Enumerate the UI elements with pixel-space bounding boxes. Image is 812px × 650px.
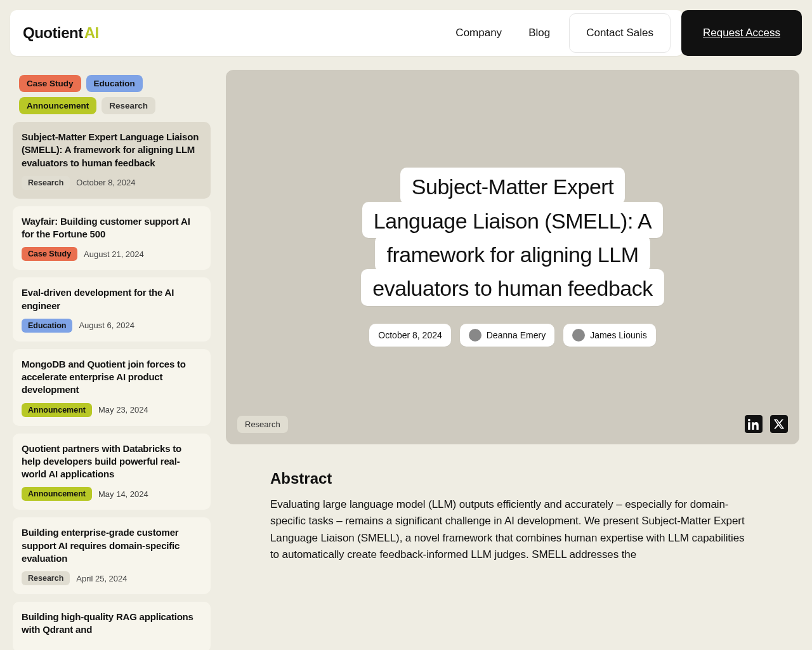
- post-date: May 23, 2024: [98, 405, 148, 415]
- avatar: [572, 329, 585, 342]
- post-title: Subject-Matter Expert Language Liaison (…: [22, 131, 202, 169]
- post-tag: Education: [22, 319, 72, 333]
- article-author-1: Deanna Emery: [460, 324, 554, 347]
- nav-company[interactable]: Company: [448, 22, 509, 44]
- post-date: August 21, 2024: [84, 249, 144, 259]
- post-title: Quotient partners with Databricks to hel…: [22, 442, 202, 481]
- post-meta: Case StudyAugust 21, 2024: [22, 247, 202, 261]
- filter-research[interactable]: Research: [102, 97, 155, 114]
- nav-blog[interactable]: Blog: [521, 22, 558, 44]
- x-twitter-icon[interactable]: [770, 415, 788, 433]
- article-category-badge: Research: [237, 416, 288, 433]
- post-title: MongoDB and Quotient join forces to acce…: [22, 358, 202, 397]
- filter-announce[interactable]: Announcement: [19, 97, 96, 114]
- author-name: Deanna Emery: [487, 330, 546, 340]
- abstract-text: Evaluating large language model (LLM) ou…: [270, 496, 755, 563]
- post-title: Building high-quality RAG applications w…: [22, 611, 202, 637]
- hero-title-line: Language Liaison (SMELL): A: [374, 209, 652, 233]
- blog-sidebar: Case StudyEducationAnnouncementResearch …: [10, 70, 213, 650]
- article-date: October 8, 2024: [369, 324, 450, 347]
- post-date: April 25, 2024: [76, 574, 127, 583]
- post-meta: ResearchOctober 8, 2024: [22, 176, 202, 190]
- hero-title-line: framework for aligning LLM: [386, 242, 638, 267]
- post-meta: AnnouncementMay 14, 2024: [22, 487, 202, 501]
- logo-suffix: AI: [84, 24, 99, 42]
- post-card[interactable]: Eval-driven development for the AI engin…: [13, 277, 211, 342]
- post-date: May 14, 2024: [98, 489, 148, 499]
- post-card[interactable]: Subject-Matter Expert Language Liaison (…: [13, 122, 211, 199]
- post-date: August 6, 2024: [79, 321, 134, 330]
- hero-title-line: evaluators to human feedback: [372, 276, 653, 300]
- abstract-heading: Abstract: [270, 470, 755, 488]
- post-tag: Announcement: [22, 403, 92, 417]
- top-nav: Quotient AI Company Blog Contact Sales: [10, 10, 683, 56]
- share-icons: [745, 415, 788, 433]
- contact-sales-button[interactable]: Contact Sales: [569, 13, 671, 53]
- article-body: Abstract Evaluating large language model…: [226, 444, 799, 588]
- article-main[interactable]: Subject-Matter ExpertLanguage Liaison (S…: [226, 70, 802, 650]
- nav-links: Company Blog Contact Sales: [448, 13, 671, 53]
- post-meta: AnnouncementMay 23, 2024: [22, 403, 202, 417]
- article-hero: Subject-Matter ExpertLanguage Liaison (S…: [226, 70, 799, 444]
- post-card[interactable]: Quotient partners with Databricks to hel…: [13, 434, 211, 510]
- category-filters: Case StudyEducationAnnouncementResearch: [10, 70, 213, 114]
- logo-name: Quotient: [23, 24, 83, 42]
- article-title: Subject-Matter ExpertLanguage Liaison (S…: [361, 168, 664, 303]
- post-title: Wayfair: Building customer support AI fo…: [22, 215, 202, 241]
- post-tag: Case Study: [22, 247, 77, 261]
- avatar: [469, 329, 481, 342]
- author-name: James Liounis: [590, 330, 647, 340]
- post-meta: ResearchApril 25, 2024: [22, 571, 202, 585]
- post-title: Building enterprise-grade customer suppo…: [22, 526, 202, 565]
- post-tag: Research: [22, 176, 70, 190]
- logo[interactable]: Quotient AI: [23, 24, 99, 42]
- article-author-2: James Liounis: [563, 324, 656, 347]
- post-card[interactable]: Building enterprise-grade customer suppo…: [13, 517, 211, 594]
- hero-footer: Research: [237, 415, 788, 433]
- post-card[interactable]: MongoDB and Quotient join forces to acce…: [13, 349, 211, 426]
- post-list[interactable]: Subject-Matter Expert Language Liaison (…: [10, 122, 213, 650]
- post-meta: EducationAugust 6, 2024: [22, 319, 202, 333]
- hero-title-line: Subject-Matter Expert: [412, 175, 613, 199]
- linkedin-icon[interactable]: [745, 415, 763, 433]
- post-card[interactable]: Wayfair: Building customer support AI fo…: [13, 206, 211, 270]
- post-tag: Announcement: [22, 487, 92, 501]
- post-tag: Research: [22, 571, 70, 585]
- filter-case-study[interactable]: Case Study: [19, 75, 81, 92]
- post-title: Eval-driven development for the AI engin…: [22, 286, 202, 312]
- post-date: October 8, 2024: [76, 178, 135, 187]
- article-meta: October 8, 2024 Deanna Emery James Lioun…: [369, 324, 655, 347]
- filter-education[interactable]: Education: [86, 75, 143, 92]
- request-access-button[interactable]: Request Access: [681, 10, 802, 56]
- post-card[interactable]: Building high-quality RAG applications w…: [13, 602, 211, 650]
